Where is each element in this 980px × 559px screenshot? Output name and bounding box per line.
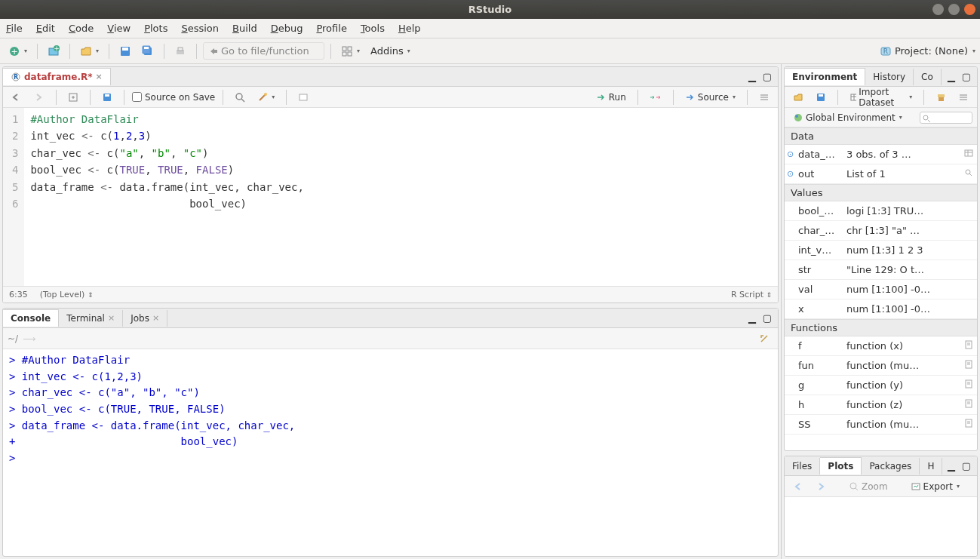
env-row[interactable]: ⊙outList of 1 [785,164,977,184]
grid-button[interactable]: ▾ [337,43,364,60]
outline-button[interactable] [755,90,773,105]
console-cwd-arrow-icon[interactable]: ⟶ [23,333,35,344]
scope-selector-env[interactable]: Global Environment▾ [789,110,906,125]
load-workspace-button[interactable] [789,90,807,105]
goto-button[interactable]: Go to file/function [203,42,324,60]
maximize-console-icon[interactable]: ▢ [761,312,773,324]
svg-point-41 [794,114,802,121]
env-row[interactable]: ffunction (x) [785,336,977,356]
maximize-button[interactable] [948,4,960,15]
svg-line-24 [241,99,244,102]
save-all-button[interactable] [138,43,158,60]
mode-selector[interactable]: R Script ⇕ [731,290,772,299]
rerun-button[interactable] [646,91,665,104]
minimize-plots-icon[interactable]: ▁ [945,460,957,472]
tab-packages[interactable]: Packages [862,458,920,475]
zoom-button[interactable]: Zoom [845,479,892,494]
menu-tools[interactable]: Tools [361,23,385,34]
env-row[interactable]: valnum [1:100] -0… [785,280,977,299]
minimize-console-icon[interactable]: ▁ [746,312,758,324]
tab-jobs[interactable]: Jobs × [123,310,167,327]
addins-button[interactable]: Addins▾ [367,43,414,59]
menu-plots[interactable]: Plots [144,23,167,34]
env-row[interactable]: bool_…logi [1:3] TRU… [785,201,977,221]
tab-plots[interactable]: Plots [820,457,862,475]
code-editor[interactable]: 123456 #Author DataFlair int_vec <- c(1,… [3,108,778,286]
env-row[interactable]: char_…chr [1:3] "a" … [785,221,977,241]
save-workspace-button[interactable] [812,90,830,105]
clear-env-button[interactable] [932,90,950,105]
source-on-save-checkbox[interactable]: Source on Save [132,92,215,103]
env-section-data: Data [785,127,977,145]
save-button[interactable] [115,43,135,60]
minimize-pane-icon[interactable]: ▁ [746,71,758,83]
maximize-env-icon[interactable]: ▢ [960,71,972,83]
env-row[interactable]: int_v…num [1:3] 1 2 3 [785,241,977,260]
tab-files[interactable]: Files [785,458,820,475]
svg-rect-12 [343,47,346,51]
maximize-pane-icon[interactable]: ▢ [761,71,773,83]
plot-prev-button[interactable] [789,480,807,493]
menu-file[interactable]: File [6,23,23,34]
new-file-button[interactable]: +▾ [5,43,31,60]
menu-build[interactable]: Build [232,23,257,34]
show-in-window-button[interactable] [64,90,82,105]
project-selector[interactable]: R Project: (None)▾ [880,45,975,57]
export-button[interactable]: Export▾ [907,479,963,494]
close-button[interactable] [964,4,975,15]
menu-help[interactable]: Help [398,23,421,34]
close-icon[interactable]: × [152,313,159,323]
run-button[interactable]: Run [592,90,630,105]
svg-rect-36 [939,97,944,101]
clear-console-button[interactable] [755,331,773,346]
svg-rect-15 [348,52,352,56]
tab-history[interactable]: History [865,69,914,85]
console-pane: ConsoleTerminal ×Jobs × ▁ ▢ ~/ ⟶ > #Auth… [2,308,779,557]
tab-console[interactable]: Console [3,309,59,327]
minimize-button[interactable] [932,4,944,15]
scope-selector[interactable]: (Top Level) ⇕ [40,290,94,299]
menu-view[interactable]: View [107,23,131,34]
tab-h[interactable]: H [920,458,942,475]
tab-terminal[interactable]: Terminal × [59,310,123,327]
env-row[interactable]: gfunction (y) [785,376,977,395]
menu-code[interactable]: Code [69,23,94,34]
plot-next-button[interactable] [812,480,830,493]
list-view-button[interactable] [954,90,972,105]
svg-text:+: + [54,45,60,52]
tab-source-file[interactable]: R dataframe.R* × [3,68,111,85]
menu-debug[interactable]: Debug [271,23,303,34]
maximize-plots-icon[interactable]: ▢ [960,460,972,472]
env-row[interactable]: hfunction (z) [785,395,977,415]
magic-wand-button[interactable]: ▾ [253,90,278,105]
tab-co[interactable]: Co [914,69,942,85]
env-row[interactable]: funfunction (mu… [785,356,977,376]
env-row[interactable]: SSfunction (mu… [785,415,977,435]
knit-button[interactable] [294,90,312,105]
import-dataset-button[interactable]: Import Dataset▾ [846,84,917,110]
close-icon[interactable]: × [108,313,115,323]
close-tab-icon[interactable]: × [95,72,102,81]
save-file-button[interactable] [98,90,116,105]
svg-point-26 [264,93,267,96]
svg-rect-11 [178,48,183,51]
env-row[interactable]: xnum [1:100] -0… [785,299,977,319]
print-button[interactable] [171,43,190,60]
main-toolbar: +▾ + ▾ Go to file/function ▾ Addins▾ R P… [0,38,980,64]
source-button[interactable]: Source▾ [681,90,739,105]
find-button[interactable] [231,90,249,105]
forward-button[interactable] [30,91,48,104]
titlebar: RStudio [0,0,980,19]
menu-session[interactable]: Session [181,23,219,34]
minimize-env-icon[interactable]: ▁ [945,71,957,83]
tab-environment[interactable]: Environment [785,68,865,85]
console-output[interactable]: > #Author DataFlair > int_vec <- c(1,2,3… [3,349,778,556]
menu-profile[interactable]: Profile [316,23,346,34]
env-row[interactable]: str"Line 129: O t… [785,260,977,280]
new-project-button[interactable]: + [44,43,63,60]
open-file-button[interactable]: ▾ [76,43,103,60]
goto-input[interactable]: Go to file/function [221,45,319,57]
menu-edit[interactable]: Edit [36,23,55,34]
env-row[interactable]: ⊙data_…3 obs. of 3 … [785,145,977,164]
back-button[interactable] [8,91,26,104]
